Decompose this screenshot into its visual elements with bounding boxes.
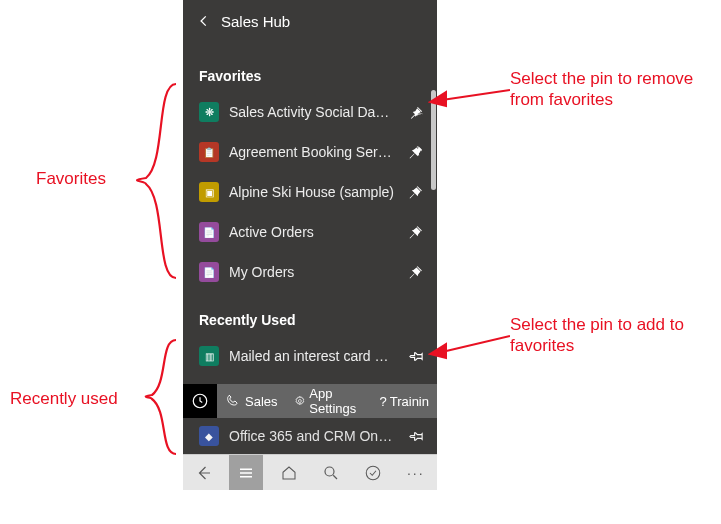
brace-icon xyxy=(110,82,180,280)
unpin-icon[interactable] xyxy=(405,145,427,159)
area-label: Trainin xyxy=(390,394,429,409)
svg-point-2 xyxy=(325,467,334,476)
list-item-label: My Orders xyxy=(219,264,405,280)
browser-nav: ··· xyxy=(183,454,437,490)
list-item-label: Alpine Ski House (sample) xyxy=(219,184,405,200)
list-item-label: Sales Activity Social Dashbo... xyxy=(219,104,405,120)
account-icon: ▣ xyxy=(199,182,219,202)
record-icon: ◆ xyxy=(199,426,219,446)
list-item-label: Active Orders xyxy=(219,224,405,240)
nav-more-icon[interactable]: ··· xyxy=(399,465,433,481)
unpin-icon[interactable] xyxy=(405,185,427,199)
nav-back-icon[interactable] xyxy=(187,464,221,482)
svg-point-1 xyxy=(298,400,301,403)
pin-icon[interactable] xyxy=(405,349,427,364)
back-icon[interactable] xyxy=(193,14,215,28)
app-header: Sales Hub xyxy=(183,0,437,42)
annotation-pin-remove: Select the pin to remove from favorites xyxy=(510,68,720,111)
svg-line-4 xyxy=(442,90,510,100)
order-icon: 📄 xyxy=(199,222,219,242)
favorite-item[interactable]: ▣ Alpine Ski House (sample) xyxy=(183,172,437,212)
recent-item[interactable]: ▥ Mailed an interest card back... xyxy=(183,336,437,376)
svg-marker-7 xyxy=(430,344,446,358)
list-item-label: Agreement Booking Service ... xyxy=(219,144,405,160)
activity-icon: ▥ xyxy=(199,346,219,366)
sales-area[interactable]: Sales xyxy=(217,384,286,418)
favorite-item[interactable]: ❋ Sales Activity Social Dashbo... xyxy=(183,92,437,132)
favorite-item[interactable]: 📄 Active Orders xyxy=(183,212,437,252)
area-label: App Settings xyxy=(309,386,363,416)
phone-frame: Sales Hub Favorites ❋ Sales Activity Soc… xyxy=(183,0,437,524)
nav-task-icon[interactable] xyxy=(356,464,390,482)
header-title: Sales Hub xyxy=(221,13,290,30)
brace-icon xyxy=(122,338,180,456)
arrow-icon xyxy=(428,84,510,108)
settings-area[interactable]: App Settings xyxy=(286,384,372,418)
unpin-icon[interactable] xyxy=(405,265,427,279)
order-icon: 📄 xyxy=(199,262,219,282)
recent-item[interactable]: ◆ Office 365 and CRM Online... xyxy=(183,416,437,454)
arrow-icon xyxy=(428,330,510,360)
service-icon: 📋 xyxy=(199,142,219,162)
nav-search-icon[interactable] xyxy=(314,464,348,482)
area-switcher: Sales App Settings ? Trainin xyxy=(183,384,437,418)
annotation-favorites: Favorites xyxy=(36,168,106,189)
pin-icon[interactable] xyxy=(405,429,427,444)
svg-point-3 xyxy=(367,466,381,480)
annotation-pin-add: Select the pin to add to favorites xyxy=(510,314,710,357)
nav-home-icon[interactable] xyxy=(272,464,306,482)
annotation-recent: Recently used xyxy=(10,388,118,409)
svg-line-6 xyxy=(442,336,510,352)
training-area[interactable]: ? Trainin xyxy=(372,384,438,418)
unpin-icon[interactable] xyxy=(405,225,427,239)
dashboard-icon: ❋ xyxy=(199,102,219,122)
list-item-label: Office 365 and CRM Online... xyxy=(219,428,405,444)
unpin-icon[interactable] xyxy=(405,105,427,120)
recent-heading: Recently Used xyxy=(183,304,437,336)
favorites-heading: Favorites xyxy=(183,60,437,92)
nav-menu-icon[interactable] xyxy=(229,455,263,490)
sitemap-panel: Favorites ❋ Sales Activity Social Dashbo… xyxy=(183,42,437,454)
list-item-label: Mailed an interest card back... xyxy=(219,348,405,364)
recent-tab[interactable] xyxy=(183,384,217,418)
svg-marker-5 xyxy=(430,92,446,106)
favorite-item[interactable]: 📄 My Orders xyxy=(183,252,437,292)
favorite-item[interactable]: 📋 Agreement Booking Service ... xyxy=(183,132,437,172)
area-label: Sales xyxy=(245,394,278,409)
